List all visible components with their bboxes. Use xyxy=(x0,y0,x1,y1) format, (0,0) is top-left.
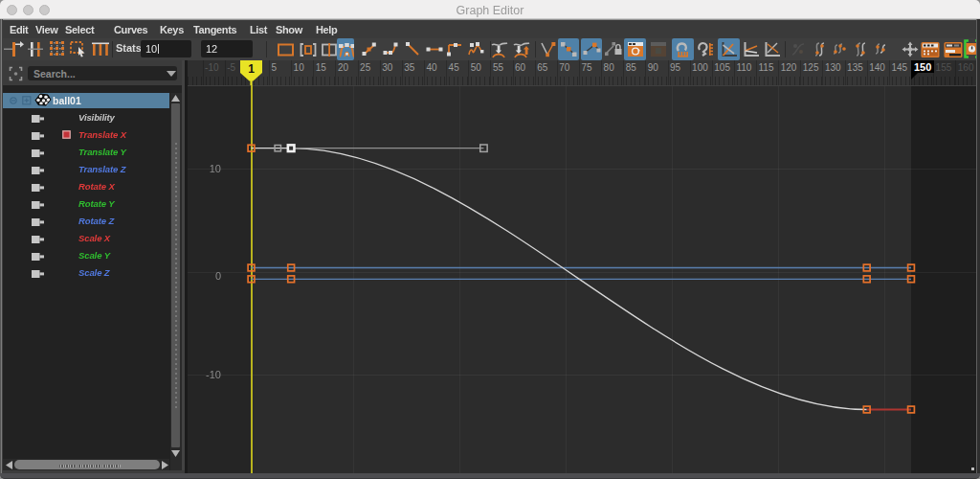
svg-text:1: 1 xyxy=(248,62,255,76)
svg-text:150: 150 xyxy=(914,61,931,73)
